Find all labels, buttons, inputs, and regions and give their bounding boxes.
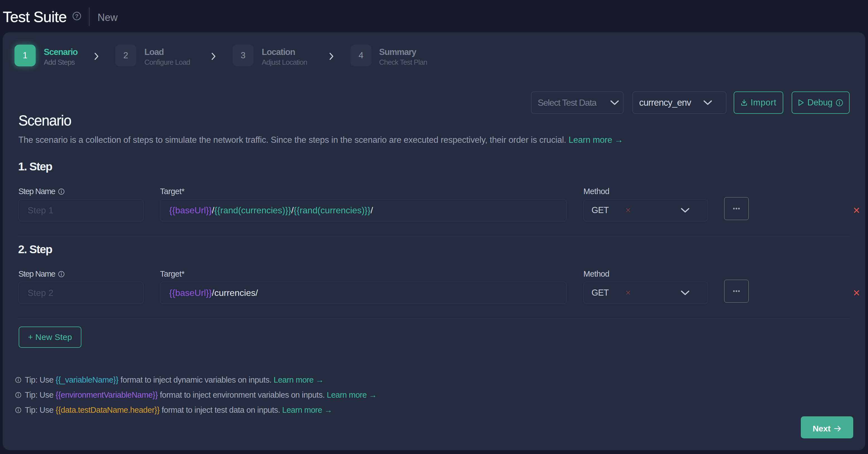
svg-text:?: ? [75,13,79,19]
